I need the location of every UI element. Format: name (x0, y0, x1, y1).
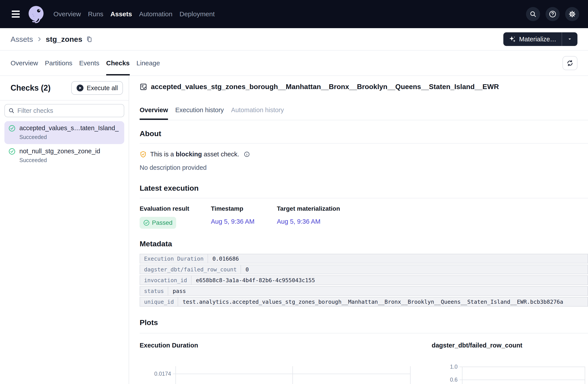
help-icon (549, 10, 556, 18)
asset-tab-partitions[interactable]: Partitions (45, 51, 72, 75)
execution-duration-chart: Execution Duration 0.0174 (140, 333, 432, 384)
nav-item-automation[interactable]: Automation (139, 10, 172, 18)
filter-checks-box (4, 104, 124, 117)
y-axis-tick: 0.0174 (140, 371, 171, 377)
check-list: accepted_values_s…taten_Island_ Succeede… (4, 121, 124, 167)
check-tabs: Overview Execution history Automation hi… (140, 100, 588, 120)
chevron-right-icon (37, 36, 42, 42)
check-item-name: accepted_values_s…taten_Island_ (19, 125, 119, 132)
latest-execution-grid: Evaluation result Passed Timestamp Aug 5 (140, 205, 588, 229)
shield-check-icon (140, 151, 147, 158)
about-heading: About (140, 129, 588, 144)
blocking-text: This is a blocking asset check. (150, 151, 239, 158)
nav-item-deployment[interactable]: Deployment (179, 10, 215, 18)
badge-check-icon (143, 220, 149, 226)
metadata-value: pass (168, 287, 190, 295)
filter-checks-input[interactable] (17, 107, 120, 114)
sidebar-body: accepted_values_s…taten_Island_ Succeede… (0, 101, 129, 167)
execute-all-button[interactable]: Execute all (71, 81, 123, 95)
top-nav: Overview Runs Assets Automation Deployme… (0, 0, 588, 28)
chart-title: Execution Duration (140, 342, 198, 349)
execute-all-label: Execute all (87, 85, 118, 92)
check-detail-panel: accepted_values_stg_zones_borough__Manha… (129, 76, 588, 384)
metadata-table: Execution Duration 0.016686 dagster_dbt/… (140, 254, 588, 307)
asset-tab-overview[interactable]: Overview (11, 51, 38, 75)
nav-right-actions (526, 7, 579, 21)
check-header: accepted_values_stg_zones_borough__Manha… (140, 83, 588, 91)
primary-nav: Overview Runs Assets Automation Deployme… (53, 10, 215, 18)
copy-icon[interactable] (86, 36, 93, 43)
check-title: accepted_values_stg_zones_borough__Manha… (151, 83, 499, 91)
check-item-name: not_null_stg_zones_zone_id (19, 148, 100, 155)
gear-icon (568, 10, 576, 18)
check-tab-overview[interactable]: Overview (140, 100, 168, 120)
nav-item-overview[interactable]: Overview (53, 10, 81, 18)
filter-search-icon (8, 107, 15, 114)
chart-title: dagster_dbt/failed_row_count (432, 342, 523, 349)
metadata-heading: Metadata (140, 239, 588, 248)
search-icon (529, 11, 537, 18)
target-materialization-label: Target materialization (277, 205, 340, 212)
caret-down-icon (567, 36, 573, 42)
page: Overview Runs Assets Automation Deployme… (0, 0, 588, 384)
target-materialization-link[interactable]: Aug 5, 9:36 AM (277, 218, 320, 225)
check-item-status: Succeeded (19, 157, 100, 163)
check-success-icon (9, 125, 15, 132)
breadcrumb-current-asset: stg_zones (46, 35, 82, 43)
metadata-row: dagster_dbt/failed_row_count 0 (140, 265, 588, 274)
materialize-button[interactable]: Materialize… (503, 32, 562, 46)
y-axis-tick: 1.0 (432, 363, 458, 370)
checks-sidebar: Checks (2) Execute all (0, 76, 129, 384)
timestamp-label: Timestamp (211, 205, 277, 212)
refresh-button[interactable] (563, 56, 577, 70)
asset-tab-lineage[interactable]: Lineage (137, 51, 160, 75)
no-description-text: No description provided (140, 164, 588, 171)
sidebar-header: Checks (2) Execute all (0, 76, 129, 101)
asset-tabs-row: Overview Partitions Events Checks Lineag… (0, 51, 588, 76)
check-tab-execution-history[interactable]: Execution history (175, 100, 224, 120)
checklist-icon (140, 83, 147, 91)
evaluation-result-label: Evaluation result (140, 205, 211, 212)
help-button[interactable] (546, 7, 560, 21)
info-icon[interactable] (244, 151, 250, 157)
timestamp-link[interactable]: Aug 5, 9:36 AM (211, 218, 254, 225)
plots-heading: Plots (140, 318, 588, 333)
refresh-icon (566, 59, 574, 67)
metadata-row: status pass (140, 286, 588, 296)
settings-button[interactable] (565, 7, 579, 21)
breadcrumb-assets-link[interactable]: Assets (11, 35, 33, 43)
blocking-check-row: This is a blocking asset check. (140, 151, 588, 158)
hamburger-menu-icon[interactable] (12, 9, 20, 19)
plots-row: Execution Duration 0.0174 dagster_dbt/fa… (140, 333, 588, 384)
nav-item-runs[interactable]: Runs (88, 10, 103, 18)
check-list-item-accepted-values[interactable]: accepted_values_s…taten_Island_ Succeede… (4, 121, 124, 144)
metadata-key: dagster_dbt/failed_row_count (140, 265, 241, 274)
breadcrumb-row: Assets stg_zones Materialize… (0, 28, 588, 51)
y-axis-tick: 0.6 (432, 377, 458, 383)
dagster-logo-icon[interactable] (27, 5, 45, 23)
metadata-key: invocation_id (140, 276, 191, 285)
check-list-item-not-null[interactable]: not_null_stg_zones_zone_id Succeeded (4, 144, 124, 167)
latest-execution-heading: Latest execution (140, 184, 588, 198)
failed-row-count-chart: dagster_dbt/failed_row_count 1.0 0.6 (432, 333, 588, 384)
metadata-key: status (140, 287, 168, 295)
metadata-value: e658b8c8-3a1a-4b4f-82b6-4c955043c155 (191, 276, 319, 285)
search-button[interactable] (526, 7, 540, 21)
materialize-label: Materialize… (519, 36, 556, 43)
metadata-row: unique_id test.analytics.accepted_values… (140, 297, 588, 307)
metadata-key: Execution Duration (140, 254, 208, 263)
content-area: Checks (2) Execute all (0, 76, 588, 384)
play-circle-icon (76, 84, 84, 92)
materialize-split-button: Materialize… (503, 32, 577, 46)
check-success-icon (9, 148, 15, 155)
asset-tab-events[interactable]: Events (79, 51, 99, 75)
metadata-value: 0.016686 (208, 254, 243, 263)
sparkle-icon (509, 35, 516, 43)
asset-tab-checks[interactable]: Checks (106, 51, 130, 75)
passed-label: Passed (152, 219, 172, 226)
materialize-dropdown-button[interactable] (562, 32, 577, 46)
nav-item-assets[interactable]: Assets (110, 10, 132, 18)
metadata-value: test.analytics.accepted_values_stg_zones… (178, 297, 567, 306)
metadata-value: 0 (241, 265, 253, 274)
checks-count-title: Checks (2) (11, 83, 51, 93)
